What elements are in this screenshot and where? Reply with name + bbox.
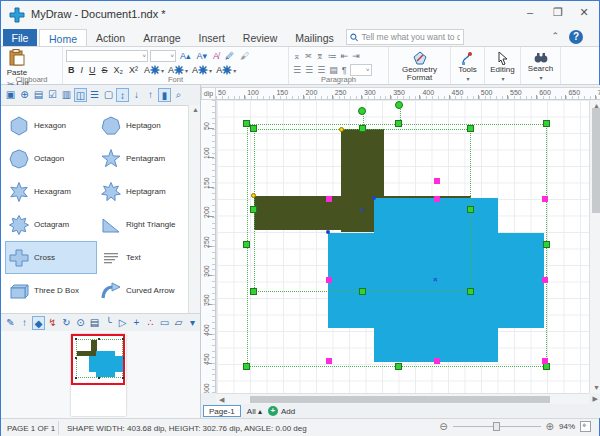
resize-handle[interactable] <box>359 288 366 295</box>
control-point-handle[interactable] <box>542 358 548 364</box>
align-left-button[interactable]: ☰ <box>292 65 302 75</box>
begin-point-handle[interactable] <box>339 127 344 132</box>
tab-review[interactable]: Review <box>234 29 286 47</box>
tab-action[interactable]: Action <box>87 29 134 47</box>
export-library-icon[interactable]: ▥ <box>60 88 73 102</box>
control-point-handle[interactable] <box>542 196 548 202</box>
save-library-icon[interactable]: ▣ <box>4 88 17 102</box>
control-point-handle[interactable] <box>326 358 332 364</box>
page-tab[interactable]: Page-1 <box>203 405 241 417</box>
zoom-out-button[interactable]: ⊖ <box>439 421 447 432</box>
decrease-indent-button[interactable]: ⇤ <box>340 51 350 61</box>
search-button[interactable]: Search ▾ <box>524 49 557 74</box>
align-middle-button[interactable]: ≍ <box>304 51 314 61</box>
edit-icon[interactable]: ✎ <box>4 316 17 330</box>
id-card-icon[interactable]: ▭ <box>158 316 171 330</box>
refresh-icon[interactable]: ↻ <box>60 316 73 330</box>
connector-icon[interactable]: ╰ <box>102 316 115 330</box>
text-outline-settings-button[interactable]: A▾ <box>192 65 212 75</box>
geometry-format-button[interactable]: Geometry Format ▾ <box>392 49 447 74</box>
all-pages-dropdown[interactable]: All ▴ <box>247 407 262 416</box>
shape-item-cross[interactable]: Cross <box>5 241 97 274</box>
scroll-left-icon[interactable]: ◀ <box>219 396 224 404</box>
maximize-button[interactable]: ❐ <box>545 1 571 23</box>
bold-button[interactable]: B <box>66 65 77 75</box>
text-fill-settings-button[interactable]: A▾ <box>168 65 188 75</box>
tell-me-search[interactable]: Tell me what you want to do <box>346 29 464 45</box>
underline-button[interactable]: U <box>87 65 98 75</box>
horizontal-scrollbar[interactable]: ◀ <box>216 393 589 404</box>
grow-font-button[interactable]: A▴ <box>178 51 193 61</box>
bullet-list-button[interactable]: ≔ <box>327 51 338 61</box>
resize-handle[interactable] <box>359 125 366 132</box>
italic-button[interactable]: I <box>79 65 86 75</box>
shape-item-pentagram[interactable]: Pentagram <box>97 142 189 175</box>
resize-handle[interactable] <box>467 125 474 132</box>
h-scroll-thumb[interactable] <box>250 396 550 403</box>
scroll-up-icon[interactable]: ▲ <box>192 106 199 113</box>
resize-handle[interactable] <box>250 206 257 213</box>
comment-icon[interactable]: ⊙ <box>74 316 87 330</box>
add-page-button[interactable]: + Add <box>268 406 295 416</box>
layers-icon[interactable]: ▱ <box>172 316 185 330</box>
open-library-icon[interactable]: ▤ <box>32 88 45 102</box>
end-point-handle[interactable] <box>326 230 330 234</box>
resize-handle[interactable] <box>395 120 402 127</box>
shape-item-curved-arrow[interactable]: Curved Arrow <box>97 274 189 307</box>
shrink-font-button[interactable]: A▾ <box>195 51 210 61</box>
resize-handle[interactable] <box>467 206 474 213</box>
search-shapes-icon[interactable]: ⌕ <box>172 88 185 102</box>
resize-handle[interactable] <box>467 288 474 295</box>
shape-item-heptagon[interactable]: Heptagon <box>97 109 189 142</box>
resize-handle[interactable] <box>243 120 250 127</box>
scroll-down-icon[interactable]: ▼ <box>593 384 600 391</box>
shape-item-heptagram[interactable]: Heptagram <box>97 175 189 208</box>
shape-item-right-triangle[interactable]: Right Triangle <box>97 208 189 241</box>
shape-item-hexagram[interactable]: Hexagram <box>5 175 97 208</box>
align-center-button[interactable]: ☰ <box>304 65 314 75</box>
align-top-button[interactable]: ⌅ <box>292 51 302 61</box>
resize-handle[interactable] <box>395 363 402 370</box>
arrow-up-icon[interactable]: ↑ <box>18 316 31 330</box>
shape-tool-icon[interactable]: ◆ <box>32 316 45 330</box>
scroll-right-icon[interactable]: ▶ <box>593 395 598 403</box>
collapse-ribbon-button[interactable]: ⌃ <box>551 31 559 41</box>
fit-page-button[interactable] <box>580 421 591 432</box>
subscript-button[interactable]: X₂ <box>112 65 126 75</box>
resize-handle[interactable] <box>250 125 257 132</box>
increase-indent-button[interactable]: ⇥ <box>351 51 361 61</box>
zoom-slider[interactable] <box>453 426 541 427</box>
plus-tool-icon[interactable]: + <box>130 316 143 330</box>
clear-formatting-button[interactable]: A̸ <box>211 51 221 61</box>
sort-ascending-icon[interactable]: ↓ <box>130 88 143 102</box>
resize-handle[interactable] <box>243 363 250 370</box>
tab-home[interactable]: Home <box>39 29 87 47</box>
end-point-handle[interactable] <box>372 196 376 200</box>
shape-item-hexagon[interactable]: Hexagon <box>5 109 97 142</box>
drawing-viewport[interactable]: ×× <box>216 100 589 393</box>
rotation-handle[interactable] <box>358 107 366 115</box>
resize-handle[interactable] <box>250 288 257 295</box>
shape-item-octagon[interactable]: Octagon <box>5 142 97 175</box>
rotation-handle[interactable] <box>395 101 403 109</box>
shape-item-octagram[interactable]: Octagram <box>5 208 97 241</box>
resize-handle[interactable] <box>543 120 550 127</box>
font-size-combobox[interactable]: ˅ <box>150 50 176 62</box>
notebook-icon[interactable]: ▤ <box>88 316 101 330</box>
tab-mailings[interactable]: Mailings <box>286 29 343 47</box>
zoom-in-button[interactable]: ⊕ <box>546 421 554 432</box>
help-icon[interactable]: ? <box>569 30 583 44</box>
begin-point-handle[interactable] <box>251 193 256 198</box>
more-tools-icon[interactable]: ▾ <box>186 316 199 330</box>
org-chart-icon[interactable]: ∴ <box>144 316 157 330</box>
superscript-button[interactable]: X² <box>127 65 140 75</box>
tab-file[interactable]: File <box>3 29 37 47</box>
eyedropper-button[interactable]: 🖉 <box>223 51 236 61</box>
minimize-button[interactable]: – <box>517 1 543 23</box>
format-painter-button[interactable]: 🖌 <box>238 51 251 61</box>
close-button[interactable]: ✕ <box>571 1 597 23</box>
sort-descending-icon[interactable]: ↑ <box>144 88 157 102</box>
sort-az-icon[interactable]: ↕ <box>116 88 129 102</box>
thumbnail-viewbox[interactable] <box>71 334 125 385</box>
shadow-settings-button[interactable]: A▾ <box>216 65 236 75</box>
